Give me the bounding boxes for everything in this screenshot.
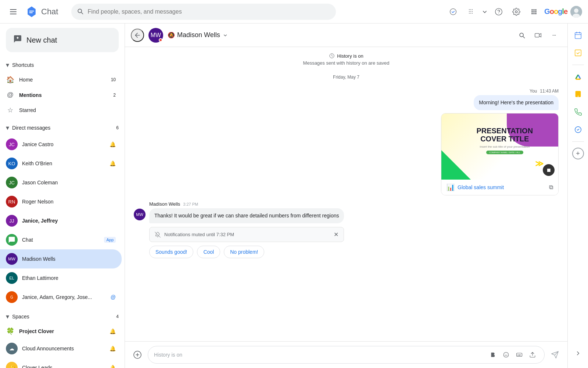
message-input[interactable]	[154, 352, 487, 358]
home-icon: 🏠	[6, 76, 15, 84]
new-chat-button[interactable]: New chat	[6, 28, 119, 52]
quick-reply-no-problem[interactable]: No problem!	[224, 246, 264, 258]
svg-point-12	[505, 354, 506, 355]
cloud-bell: 🔔	[110, 346, 116, 351]
pres-subtitle: Insert the sub title of your presentatio…	[476, 145, 533, 148]
copy-icon[interactable]: ⧉	[549, 184, 553, 191]
chat-search-button[interactable]	[514, 28, 529, 43]
emoji-button[interactable]	[500, 349, 512, 361]
search-input[interactable]	[71, 4, 336, 20]
sidebar-item-cloud-announcements[interactable]: ☁ Cloud Announcements 🔔	[0, 339, 122, 358]
spaces-header[interactable]: ▾ Spaces 4	[0, 310, 125, 324]
quick-reply-sounds-good[interactable]: Sounds good!	[149, 246, 193, 258]
format-text-button[interactable]	[487, 349, 499, 361]
add-attachment-button[interactable]	[131, 348, 144, 361]
pres-main-title: PRESENTATIONCOVER TITLE	[476, 127, 533, 143]
slides-icon: 📊	[447, 183, 455, 191]
presentation-attachment[interactable]: ≫ PRESENTATIONCOVER TITLE Insert the sub…	[441, 113, 559, 195]
spaces-label: Spaces	[12, 314, 29, 320]
presentation-name[interactable]: Global sales summit	[458, 184, 504, 190]
date-divider: Friday, May 7	[134, 75, 559, 80]
apps-button[interactable]	[527, 4, 541, 19]
sidebar-item-clover-leads[interactable]: 🔑 Clover Leads 🔔	[0, 358, 122, 368]
janice-castro-avatar: JC	[6, 138, 18, 150]
sidebar-item-home[interactable]: 🏠 Home 10	[0, 72, 122, 87]
right-panel-drive[interactable]	[571, 69, 585, 84]
send-button[interactable]	[548, 348, 562, 361]
right-panel-calendar[interactable]	[571, 28, 585, 43]
received-time: 3:27 PM	[183, 202, 198, 206]
direct-messages-header[interactable]: ▾ Direct messages 6	[0, 121, 125, 135]
history-banner-title: History is on	[134, 53, 559, 59]
right-panel-keep[interactable]	[571, 87, 585, 102]
cloud-icon: ☁	[6, 343, 18, 354]
settings-button[interactable]	[509, 4, 524, 19]
menu-button[interactable]	[6, 4, 21, 19]
mute-indicator: 🔕	[168, 32, 175, 39]
sidebar-item-keith-obrien[interactable]: KO Keith O'Brien 🔔	[0, 154, 122, 173]
sidebar-item-group[interactable]: G Janice, Adam, Gregory, Jose... @	[0, 288, 122, 307]
name-dropdown-icon	[222, 32, 228, 38]
app-logo: Chat	[25, 5, 58, 18]
chat-header-info[interactable]: 🔕 Madison Wells	[168, 31, 228, 39]
sent-message-bubble: Morning! Here's the presentation	[474, 95, 559, 110]
svg-rect-0	[10, 9, 17, 10]
video-call-button[interactable]	[446, 4, 460, 19]
help-button[interactable]	[491, 4, 506, 19]
sidebar-item-chat-app[interactable]: Chat App	[0, 230, 122, 249]
quick-reply-cool[interactable]: Cool	[197, 246, 220, 258]
cloud-announcements-label: Cloud Announcements	[22, 346, 105, 351]
sent-message-text: Morning! Here's the presentation	[479, 100, 553, 105]
svg-rect-2	[10, 14, 17, 14]
sidebar-item-roger-nelson[interactable]: RN Roger Nelson	[0, 192, 122, 211]
sidebar-item-madison-wells[interactable]: MW Madison Wells	[0, 249, 122, 268]
video-chat-button[interactable]	[531, 28, 545, 43]
sidebar-item-mentions[interactable]: @ Mentions 2	[0, 87, 122, 102]
gif-button[interactable]: GIF	[513, 349, 525, 361]
app-name: Chat	[41, 7, 58, 17]
pres-editor-avatar: ⏹	[542, 163, 555, 177]
mute-close-button[interactable]: ✕	[334, 231, 338, 238]
history-banner: History is on Messages sent with history…	[134, 53, 559, 66]
shortcuts-section: ▾ Shortcuts 🏠 Home 10 @ Mentions 2 ☆ Sta…	[0, 57, 125, 119]
sidebar-item-starred[interactable]: ☆ Starred	[0, 102, 122, 118]
history-subtitle: Messages sent with history on are saved	[134, 60, 559, 66]
sidebar-item-janice-castro[interactable]: JC Janice Castro 🔔	[0, 135, 122, 154]
sidebar-item-jason-coleman[interactable]: JC Jason Coleman	[0, 173, 122, 192]
sidebar-item-project-clover[interactable]: 🍀 Project Clover 🔔	[0, 324, 122, 339]
more-apps-button[interactable]	[463, 4, 478, 19]
right-panel-expand-area	[571, 346, 585, 364]
mute-text: Notifications muted until 7:32 PM	[164, 232, 234, 237]
right-panel-phone[interactable]	[571, 105, 585, 119]
svg-point-5	[495, 8, 502, 15]
presentation-footer: 📊 Global sales summit ⧉	[441, 180, 558, 195]
mentions-icon: @	[6, 91, 15, 99]
project-clover-bell: 🔔	[110, 328, 116, 334]
upload-button[interactable]	[527, 349, 538, 361]
right-panel-expand-button[interactable]	[571, 346, 585, 361]
user-avatar[interactable]	[570, 6, 582, 18]
group-avatar: G	[6, 291, 18, 303]
presentation-preview: ≫ PRESENTATIONCOVER TITLE Insert the sub…	[441, 113, 558, 180]
mute-notification-bar: Notifications muted until 7:32 PM ✕	[149, 227, 344, 242]
shortcuts-header[interactable]: ▾ Shortcuts	[0, 58, 125, 72]
more-options-button[interactable]	[547, 28, 562, 43]
ethan-lattimore-avatar: EL	[6, 272, 18, 284]
madison-wells-label: Madison Wells	[22, 256, 116, 262]
right-panel-tasks[interactable]	[571, 46, 585, 60]
back-button[interactable]	[131, 29, 144, 42]
right-panel-tasks2[interactable]	[571, 122, 585, 137]
project-clover-label: Project Clover	[19, 328, 105, 334]
history-on-text: History is on	[337, 53, 363, 59]
shortcuts-label: Shortcuts	[12, 62, 34, 68]
clover-leads-label: Clover Leads	[22, 365, 105, 368]
svg-rect-17	[575, 50, 581, 56]
sidebar-item-ethan-lattimore[interactable]: EL Ethan Lattimore	[0, 268, 122, 288]
sidebar-item-janice-jeffrey[interactable]: JJ Janice, Jeffrey	[0, 211, 122, 230]
right-panel-add-button[interactable]: +	[572, 148, 584, 159]
clover-leads-bell: 🔔	[110, 365, 116, 368]
chat-area: MW 🔕 Madison Wells	[125, 24, 567, 368]
dropdown-icon	[481, 8, 488, 15]
quick-replies: Sounds good! Cool No problem!	[149, 246, 344, 258]
received-message-bubble: Thanks! It would be great if we can shar…	[149, 208, 344, 223]
